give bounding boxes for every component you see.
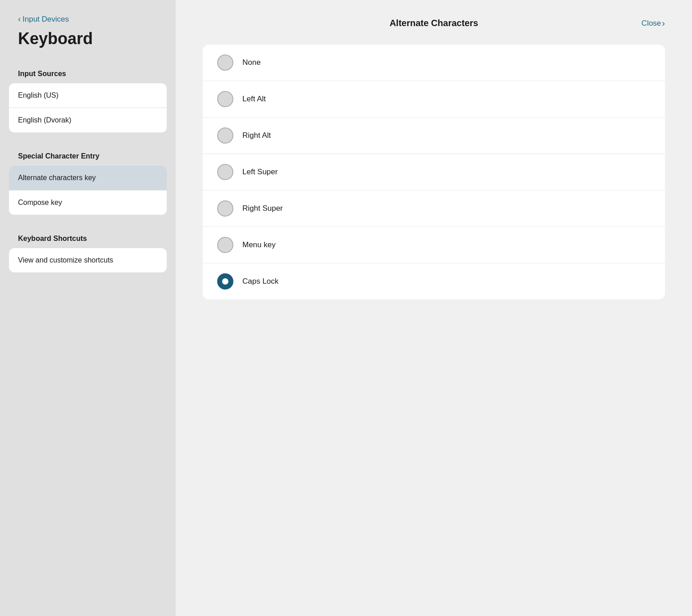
panel-header: Alternate Characters Close › <box>203 18 665 28</box>
input-sources-card: English (US) English (Dvorak) <box>9 83 167 132</box>
radio-caps-lock <box>217 273 233 290</box>
radio-caps-lock-inner <box>222 278 228 285</box>
section-label-input-sources: Input Sources <box>0 63 176 83</box>
option-row-menu-key[interactable]: Menu key <box>203 227 665 263</box>
back-label: Input Devices <box>23 15 69 24</box>
option-row-left-alt[interactable]: Left Alt <box>203 81 665 118</box>
option-label-left-super: Left Super <box>242 168 278 177</box>
radio-left-super <box>217 164 233 180</box>
close-chevron-icon: › <box>662 18 665 28</box>
special-character-entry-card: Alternate characters key Compose key <box>9 166 167 215</box>
list-item-english-us[interactable]: English (US) <box>9 83 167 108</box>
option-label-left-alt: Left Alt <box>242 95 266 104</box>
radio-menu-key <box>217 237 233 253</box>
option-label-menu-key: Menu key <box>242 240 276 249</box>
option-row-left-super[interactable]: Left Super <box>203 154 665 190</box>
option-label-none: None <box>242 58 261 67</box>
page-title: Keyboard <box>0 27 176 63</box>
close-label: Close <box>642 19 661 28</box>
close-button[interactable]: Close › <box>642 18 665 28</box>
left-panel: ‹ Input Devices Keyboard Input Sources E… <box>0 0 176 616</box>
option-row-right-alt[interactable]: Right Alt <box>203 118 665 154</box>
section-label-keyboard-shortcuts: Keyboard Shortcuts <box>0 227 176 248</box>
back-link[interactable]: ‹ Input Devices <box>0 14 176 27</box>
back-chevron-icon: ‹ <box>18 14 21 24</box>
radio-left-alt <box>217 91 233 107</box>
option-label-right-alt: Right Alt <box>242 131 271 140</box>
section-label-special-character-entry: Special Character Entry <box>0 145 176 166</box>
list-item-compose-key[interactable]: Compose key <box>9 190 167 215</box>
list-item-english-dvorak[interactable]: English (Dvorak) <box>9 108 167 132</box>
list-item-alternate-characters-key[interactable]: Alternate characters key <box>9 166 167 190</box>
right-panel: Alternate Characters Close › None Left A… <box>176 0 692 616</box>
radio-right-alt <box>217 127 233 144</box>
radio-none <box>217 54 233 71</box>
option-label-caps-lock: Caps Lock <box>242 277 278 286</box>
option-row-right-super[interactable]: Right Super <box>203 190 665 227</box>
keyboard-shortcuts-card: View and customize shortcuts <box>9 248 167 272</box>
options-card: None Left Alt Right Alt Left Super Right… <box>203 45 665 299</box>
radio-right-super <box>217 200 233 217</box>
option-label-right-super: Right Super <box>242 204 283 213</box>
option-row-caps-lock[interactable]: Caps Lock <box>203 263 665 299</box>
list-item-view-customize-shortcuts[interactable]: View and customize shortcuts <box>9 248 167 272</box>
panel-title: Alternate Characters <box>390 18 478 28</box>
option-row-none[interactable]: None <box>203 45 665 81</box>
